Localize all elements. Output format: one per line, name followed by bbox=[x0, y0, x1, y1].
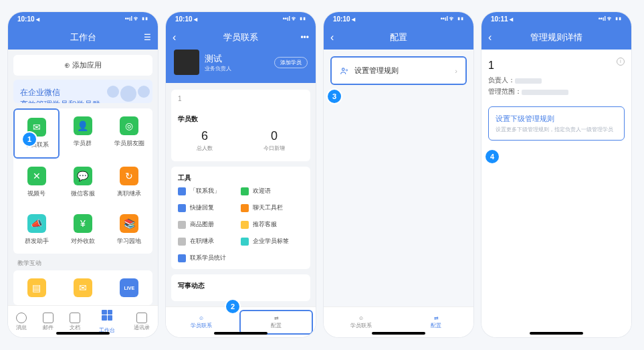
content-area: 1 负责人： 管理范围： i 设置下级管理规则 设置更多下级管理规则，指定负责人… bbox=[481, 50, 631, 337]
screen-workbench: 1 10:10 ◂ ••ıl ᯤ ▮▮ 工作台 ☰ ⊕ 添加应用 在企业微信 高… bbox=[8, 12, 158, 337]
tab-messages[interactable]: 消息 bbox=[16, 313, 27, 331]
nav-bar: ‹ 管理规则详情 bbox=[481, 25, 631, 50]
app-learning[interactable]: 📚 学习园地 bbox=[106, 206, 152, 254]
screen-config: 3 10:10 ◂ ••ıl ᯤ ▮▮ ‹ 配置 设置管理规则 › ☺ 学员联系… bbox=[324, 12, 473, 337]
hero-banner[interactable]: 在企业微信 高效管理学员和学员群 学员使用微信即可 bbox=[13, 80, 152, 103]
config-manage-rules-row[interactable]: 设置管理规则 › bbox=[330, 56, 467, 85]
payment-icon: ¥ bbox=[74, 214, 92, 233]
group-icon: 👤 bbox=[74, 116, 92, 135]
rule-detail-block: 1 负责人： 管理范围： i bbox=[488, 56, 625, 97]
learning-icon: 📚 bbox=[120, 214, 138, 233]
contact-icon: ☺ bbox=[199, 315, 204, 321]
app-video[interactable]: ✕ 视频号 bbox=[13, 159, 60, 206]
broadcast-icon: 📣 bbox=[27, 214, 46, 233]
tool-chat-bar[interactable]: 聊天工具栏 bbox=[241, 203, 304, 212]
tool-contact-me[interactable]: 「联系我」 bbox=[178, 187, 241, 195]
menu-icon[interactable]: ☰ bbox=[144, 33, 151, 42]
tool-product-album[interactable]: 商品图册 bbox=[178, 220, 241, 229]
grid-icon bbox=[102, 310, 112, 321]
header-area: 10:10 ◂ ••ıl ᯤ ▮▮ ‹ 学员联系 ••• 测试 业务负责人 添加… bbox=[166, 12, 316, 83]
user-gear-icon bbox=[340, 66, 349, 76]
stat-total[interactable]: 6 总人数 bbox=[197, 129, 213, 152]
app-moments[interactable]: ◎ 学员朋友圈 bbox=[106, 108, 152, 159]
avatar[interactable] bbox=[174, 50, 199, 75]
hero-illustration bbox=[107, 86, 150, 102]
stat-total-label: 总人数 bbox=[197, 145, 213, 152]
tab-mail[interactable]: 邮件 bbox=[43, 313, 53, 331]
app-payment[interactable]: ¥ 对外收款 bbox=[60, 206, 106, 254]
user-header: 测试 业务负责人 添加学员 bbox=[166, 50, 316, 83]
tool-icon bbox=[178, 187, 186, 195]
section-teaching-title: 教学互动 bbox=[17, 259, 158, 268]
tool-stats[interactable]: 联系学员统计 bbox=[178, 254, 241, 262]
moments-icon: ◎ bbox=[120, 116, 138, 135]
tools-card: 工具 「联系我」 欢迎语 快捷回复 聊天工具栏 商品图册 推荐客服 在职继承 企… bbox=[171, 167, 310, 269]
stat-today[interactable]: 0 今日新增 bbox=[263, 129, 285, 152]
app-wechat-cs[interactable]: 💬 微信客服 bbox=[60, 159, 106, 206]
tool-tags[interactable]: 企业学员标签 bbox=[241, 237, 304, 246]
status-icons: ••ıl ᯤ ▮▮ bbox=[441, 15, 464, 22]
stats-header: 学员数 bbox=[171, 114, 310, 129]
nav-bar: ‹ 配置 bbox=[324, 25, 473, 50]
info-icon[interactable]: i bbox=[617, 58, 625, 66]
owner-row: 负责人： bbox=[488, 74, 625, 86]
tool-icon bbox=[241, 238, 249, 246]
tool-welcome[interactable]: 欢迎语 bbox=[241, 187, 304, 195]
back-button[interactable]: ‹ bbox=[173, 31, 176, 43]
status-bar: 10:10 ◂ ••ıl ᯤ ▮▮ bbox=[166, 12, 316, 25]
tool-recommend-cs[interactable]: 推荐客服 bbox=[241, 220, 304, 229]
tool-onjob-inherit[interactable]: 在职继承 bbox=[178, 237, 241, 246]
sub-rule-button[interactable]: 设置下级管理规则 设置更多下级管理规则，指定负责人一级管理学员 bbox=[488, 106, 625, 141]
svg-point-0 bbox=[342, 68, 345, 70]
app-label: 微信客服 bbox=[71, 189, 95, 198]
status-time: 10:10 ◂ bbox=[17, 15, 39, 23]
app-student-groups[interactable]: 👤 学员群 bbox=[60, 108, 106, 159]
more-icon[interactable]: ••• bbox=[300, 33, 309, 42]
doc-icon: ▤ bbox=[27, 278, 46, 297]
doc-icon bbox=[70, 313, 80, 323]
teaching-item-live[interactable]: LIVE bbox=[106, 270, 152, 305]
cs-icon: 💬 bbox=[74, 167, 92, 185]
stat-total-value: 6 bbox=[197, 129, 213, 143]
status-bar: 10:10 ◂ ••ıl ᯤ ▮▮ bbox=[8, 12, 158, 25]
remark-card[interactable]: 写事动态 bbox=[171, 274, 310, 301]
home-indicator bbox=[56, 332, 110, 335]
back-button[interactable]: ‹ bbox=[330, 31, 334, 43]
teaching-item[interactable]: ▤ bbox=[13, 270, 60, 305]
scope-row: 管理范围： bbox=[488, 86, 625, 97]
content-scroll[interactable]: 1 学员数 6 总人数 0 今日新增 工具 「联系我」 欢迎语 快捷回复 聊天工… bbox=[166, 83, 316, 307]
redacted-scope bbox=[522, 90, 568, 95]
page-title: 管理规则详情 bbox=[530, 31, 582, 43]
teaching-item[interactable]: ✉ bbox=[60, 270, 106, 305]
app-student-contacts[interactable]: ✉ 学员联系 bbox=[13, 108, 60, 159]
tab-docs[interactable]: 文档 bbox=[70, 313, 80, 331]
nav-bar: 工作台 ☰ bbox=[8, 25, 158, 50]
status-icons: ••ıl ᯤ ▮▮ bbox=[599, 15, 622, 22]
app-label: 学员群 bbox=[74, 139, 92, 148]
header-area: 10:10 ◂ ••ıl ᯤ ▮▮ ‹ 配置 bbox=[324, 12, 473, 50]
app-resign-inherit[interactable]: ↻ 离职继承 bbox=[106, 159, 152, 206]
remark-header: 写事动态 bbox=[178, 281, 304, 290]
svg-point-1 bbox=[346, 69, 347, 70]
tool-quick-reply[interactable]: 快捷回复 bbox=[178, 203, 241, 212]
app-broadcast[interactable]: 📣 群发助手 bbox=[13, 206, 60, 254]
tab-config[interactable]: ⇄ 配置 bbox=[239, 310, 313, 335]
search-input[interactable]: 1 bbox=[171, 90, 310, 108]
mail-icon: ✉ bbox=[74, 278, 92, 297]
step-marker-3: 3 bbox=[328, 90, 341, 103]
app-label: 学员朋友圈 bbox=[114, 139, 144, 148]
live-icon: LIVE bbox=[120, 278, 138, 297]
status-icons: ••ıl ᯤ ▮▮ bbox=[125, 15, 148, 22]
screen-student-contacts: 2 10:10 ◂ ••ıl ᯤ ▮▮ ‹ 学员联系 ••• 测试 业务负责人 … bbox=[166, 12, 316, 337]
page-title: 工作台 bbox=[70, 31, 96, 43]
home-indicator bbox=[372, 332, 425, 335]
back-button[interactable]: ‹ bbox=[488, 31, 492, 43]
status-icons: ••ıl ᯤ ▮▮ bbox=[283, 15, 306, 22]
video-icon: ✕ bbox=[27, 167, 46, 185]
content-scroll[interactable]: ⊕ 添加应用 在企业微信 高效管理学员和学员群 学员使用微信即可 ✉ 学员联系 … bbox=[8, 50, 158, 305]
tab-workbench[interactable]: 工作台 bbox=[96, 310, 118, 334]
add-student-button[interactable]: 添加学员 bbox=[274, 57, 308, 68]
add-app-button[interactable]: ⊕ 添加应用 bbox=[13, 55, 152, 76]
app-label: 学习园地 bbox=[117, 237, 141, 246]
tab-contacts[interactable]: 通讯录 bbox=[134, 313, 150, 331]
